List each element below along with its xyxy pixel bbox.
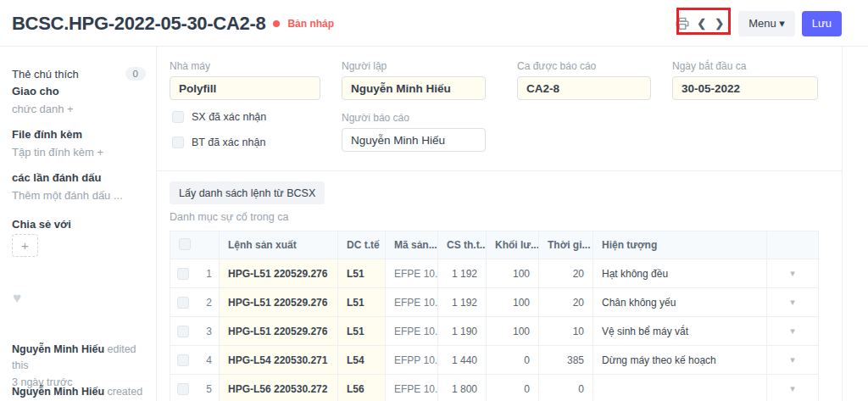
- row-checkbox[interactable]: [177, 383, 189, 395]
- cell-hien-tuong[interactable]: Dừng máy theo kế hoạch: [593, 346, 767, 375]
- cell-khoi-luong[interactable]: 100: [487, 288, 539, 317]
- cell-thoi-gian[interactable]: 0: [539, 375, 593, 401]
- row-checkbox[interactable]: [177, 297, 189, 309]
- cell-lenh-san-xuat[interactable]: HPG-L56 220530.272: [220, 375, 338, 401]
- share-add-button[interactable]: +: [12, 234, 38, 257]
- cell-khoi-luong[interactable]: 0: [487, 346, 539, 375]
- col-cs-tht: CS th.t...: [438, 231, 487, 259]
- cell-cs-tht[interactable]: 1 800: [438, 375, 487, 401]
- row-index: 2: [206, 297, 212, 309]
- cell-ma-san[interactable]: EFPE 10...: [386, 375, 438, 401]
- table-row[interactable]: 5 HPG-L56 220530.272 L56 EFPE 10... 1 80…: [170, 375, 819, 401]
- cell-thoi-gian[interactable]: 10: [539, 317, 593, 346]
- ngay-bat-dau-input[interactable]: 30-05-2022: [672, 76, 818, 100]
- header-bar: BCSC.HPG-2022-05-30-CA2-8 Bản nháp ❮ ❯ M…: [0, 0, 868, 47]
- cell-dc-tte[interactable]: L51: [338, 288, 386, 317]
- cell-ma-san[interactable]: EFPE 10...: [386, 317, 438, 346]
- like-heart-icon[interactable]: ♥: [13, 290, 21, 307]
- table-row[interactable]: 2 HPG-L51 220529.276 L51 EFPE 10... 1 19…: [170, 288, 819, 317]
- row-checkbox[interactable]: [177, 268, 189, 280]
- field-label: Ca được báo cáo: [517, 60, 651, 72]
- sidebar-item-tags[interactable]: Thẻ chú thích 0: [12, 67, 146, 81]
- table-row[interactable]: 3 HPG-L51 220529.276 L51 EFPE 10... 1 19…: [170, 317, 819, 346]
- cell-thoi-gian[interactable]: 20: [539, 288, 593, 317]
- status-dot-icon: [273, 20, 280, 27]
- status-badge: Bản nháp: [287, 18, 334, 30]
- row-dropdown-caret-icon[interactable]: ▾: [767, 288, 819, 317]
- activity-user: Nguyễn Minh Hiếu: [12, 343, 104, 355]
- cell-cs-tht[interactable]: 1 190: [438, 317, 487, 346]
- incident-table-label: Danh mục sự cố trong ca: [170, 211, 288, 223]
- table-row[interactable]: 1 HPG-L51 220529.276 L51 EFPE 10... 1 19…: [170, 259, 819, 288]
- cell-cs-tht[interactable]: 1 192: [438, 288, 487, 317]
- menu-button[interactable]: Menu ▾: [738, 11, 795, 36]
- col-khoi-luong: Khối lư...: [487, 231, 539, 259]
- cell-hien-tuong[interactable]: Vệ sinh bể máy vắt: [593, 317, 767, 346]
- attachments-add-button[interactable]: Tập tin đính kèm +: [12, 146, 146, 159]
- cell-lenh-san-xuat[interactable]: HPG-L51 220529.276: [220, 259, 338, 288]
- cell-dc-tte[interactable]: L51: [338, 259, 386, 288]
- page-title: BCSC.HPG-2022-05-30-CA2-8: [12, 13, 265, 35]
- field-label: Nhà máy: [170, 60, 320, 72]
- cell-dc-tte[interactable]: L56: [338, 375, 386, 401]
- select-all-cell: [170, 231, 220, 259]
- row-dropdown-caret-icon[interactable]: ▾: [767, 346, 819, 375]
- field-nguoi-bao-cao: Người báo cáo Nguyễn Minh Hiếu: [342, 112, 486, 152]
- cell-khoi-luong[interactable]: 100: [487, 259, 539, 288]
- row-dropdown-caret-icon[interactable]: ▾: [767, 375, 819, 401]
- cell-ma-san[interactable]: EFPE 10...: [386, 259, 438, 288]
- cell-lenh-san-xuat[interactable]: HPG-L54 220530.271: [220, 346, 338, 375]
- col-actions: [767, 231, 819, 259]
- nha-may-input[interactable]: Polyfill: [170, 76, 320, 100]
- bt-confirmed-checkbox[interactable]: BT đã xác nhận: [172, 136, 265, 148]
- fetch-orders-button[interactable]: Lấy danh sách lệnh từ BCSX: [170, 181, 325, 204]
- share-section-label: Chia sẻ với: [12, 218, 146, 231]
- checkbox-icon: [172, 136, 184, 148]
- row-dropdown-caret-icon[interactable]: ▾: [767, 317, 819, 346]
- cell-lenh-san-xuat[interactable]: HPG-L51 220529.276: [220, 288, 338, 317]
- row-index: 4: [206, 354, 212, 366]
- col-thoi-gian: Thời gi...: [539, 231, 593, 259]
- sx-confirmed-checkbox[interactable]: SX đã xác nhận: [172, 111, 266, 123]
- cell-cs-tht[interactable]: 1 192: [438, 259, 487, 288]
- field-ngay-bat-dau: Ngày bắt đầu ca 30-05-2022: [672, 60, 818, 100]
- row-checkbox[interactable]: [177, 354, 189, 366]
- cell-cs-tht[interactable]: 1 440: [438, 346, 487, 375]
- cell-hien-tuong[interactable]: [593, 375, 767, 401]
- checkbox-label: SX đã xác nhận: [192, 111, 266, 123]
- col-hien-tuong: Hiện tượng: [593, 231, 767, 259]
- cell-ma-san[interactable]: EFPP 10...: [386, 346, 438, 375]
- cell-khoi-luong[interactable]: 0: [487, 375, 539, 401]
- cell-thoi-gian[interactable]: 20: [539, 259, 593, 288]
- print-icon[interactable]: [676, 17, 689, 31]
- field-nguoi-lap: Người lập Nguyễn Minh Hiếu: [342, 60, 486, 100]
- cell-dc-tte[interactable]: L54: [338, 346, 386, 375]
- grid-header-row: Lệnh sản xuất DC t.tế Mã sản... CS th.t.…: [170, 231, 819, 259]
- assign-add-button[interactable]: chức danh +: [12, 103, 146, 115]
- cell-khoi-luong[interactable]: 100: [487, 317, 539, 346]
- col-ma-san: Mã sản...: [386, 231, 438, 259]
- row-dropdown-caret-icon[interactable]: ▾: [767, 259, 819, 288]
- prev-doc-icon[interactable]: ❮: [696, 17, 707, 30]
- nguoi-lap-input[interactable]: Nguyễn Minh Hiếu: [342, 76, 486, 100]
- save-button[interactable]: Lưu: [802, 11, 842, 36]
- table-row[interactable]: 4 HPG-L54 220530.271 L54 EFPP 10... 1 44…: [170, 346, 819, 375]
- row-checkbox[interactable]: [177, 326, 189, 337]
- tags-label: Thẻ chú thích: [12, 68, 79, 81]
- cell-dc-tte[interactable]: L51: [338, 317, 386, 346]
- cell-ma-san[interactable]: EFPE 10...: [386, 288, 438, 317]
- main-right-border: [842, 47, 843, 401]
- field-nha-may: Nhà máy Polyfill: [170, 60, 320, 100]
- select-all-checkbox[interactable]: [179, 238, 191, 250]
- cell-lenh-san-xuat[interactable]: HPG-L51 220529.276: [220, 317, 338, 346]
- checkbox-icon: [172, 111, 184, 123]
- next-doc-icon[interactable]: ❯: [714, 17, 725, 30]
- checkbox-label: BT đã xác nhận: [192, 136, 265, 148]
- ca-bao-cao-input[interactable]: CA2-8: [517, 76, 651, 100]
- incident-grid: Lệnh sản xuất DC t.tế Mã sản... CS th.t.…: [170, 231, 819, 401]
- cell-thoi-gian[interactable]: 385: [539, 346, 593, 375]
- milestones-add-button[interactable]: Thêm một đánh dấu ...: [12, 189, 146, 202]
- cell-hien-tuong[interactable]: Hạt không đều: [593, 259, 767, 288]
- nguoi-bao-cao-input[interactable]: Nguyễn Minh Hiếu: [342, 128, 486, 152]
- cell-hien-tuong[interactable]: Chân không yếu: [593, 288, 767, 317]
